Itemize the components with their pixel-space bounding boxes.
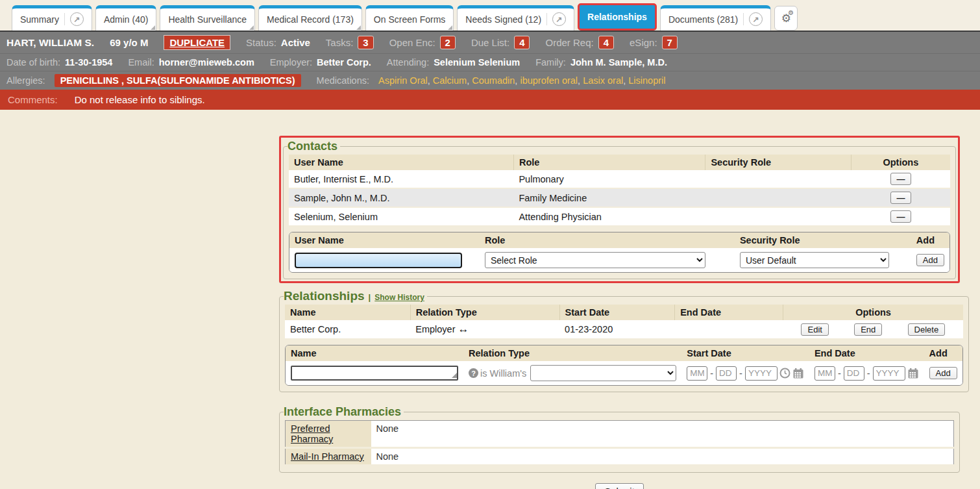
due-list-group: Due List: 4 — [471, 36, 530, 49]
preferred-pharmacy-link[interactable]: Preferred Pharmacy — [291, 423, 333, 444]
end-date-dd-input[interactable] — [844, 366, 864, 381]
relationships-col-name: Name — [285, 305, 410, 320]
relationship-type: Employer ↔ — [410, 320, 559, 339]
tab-summary-label: Summary — [20, 14, 59, 25]
submit-row: Submit — [279, 483, 960, 489]
employer-label: Employer: — [270, 57, 312, 68]
contacts-col-options: Options — [851, 155, 950, 170]
contacts-title: Contacts — [288, 140, 340, 153]
status-group: Status: Active — [246, 37, 310, 48]
contact-user-name-input[interactable] — [295, 253, 462, 268]
gear-small-icon: ⚙ — [788, 9, 794, 16]
start-date-mm-input[interactable] — [687, 366, 707, 381]
relationship-row: Better Corp. Employer ↔ 01-23-2020 Edit … — [285, 320, 963, 339]
settings-gear-button[interactable]: ⚙ ⚙ — [774, 6, 798, 31]
relationship-name: Better Corp. — [285, 320, 410, 339]
contacts-highlight-outline: Contacts User Name Role Security Role Op… — [279, 136, 960, 283]
start-date-dd-input[interactable] — [716, 366, 737, 381]
add-relationship-button[interactable]: Add — [929, 367, 957, 379]
contact-role: Family Medicine — [513, 188, 705, 207]
tab-corner-fold-icon — [151, 25, 155, 30]
remove-contact-button[interactable]: — — [890, 173, 911, 185]
patient-name: HART, WILLIAM S. — [6, 37, 94, 49]
end-relationship-button[interactable]: End — [854, 323, 882, 336]
add-contact-button[interactable]: Add — [916, 254, 944, 266]
medication-item: Lasix oral — [583, 75, 623, 86]
tab-health-surveillance[interactable]: Health Surveillance — [160, 5, 255, 31]
start-date-yyyy-input[interactable] — [745, 366, 778, 381]
end-date-mm-input[interactable] — [815, 366, 835, 381]
order-req-count-badge[interactable]: 4 — [598, 36, 614, 49]
contact-user-name: Selenium, Selenium — [289, 207, 513, 226]
add-rel-col-start-date: Start Date — [681, 345, 809, 361]
email-value: horner@mieweb.com — [159, 57, 254, 68]
contact-row: Butler, Internist E., M.D. Pulmonary — — [289, 170, 950, 188]
email-group: Email: horner@mieweb.com — [128, 57, 254, 68]
medication-separator: , — [623, 75, 626, 86]
calendar-icon[interactable] — [907, 368, 919, 379]
add-contact-col-add: Add — [911, 232, 949, 248]
contact-role-select[interactable]: Select Role — [485, 252, 705, 268]
esign-count-badge[interactable]: 7 — [662, 36, 678, 49]
contact-role: Attending Physician — [513, 207, 705, 226]
contact-user-name: Butler, Internist E., M.D. — [289, 170, 513, 188]
delete-relationship-button[interactable]: Delete — [908, 323, 946, 336]
tab-documents[interactable]: Documents (281) ↗ — [660, 5, 771, 31]
remove-contact-button[interactable]: — — [890, 210, 911, 223]
clock-icon[interactable] — [779, 368, 790, 379]
mail-in-pharmacy-value: None — [371, 448, 954, 466]
relation-type-select[interactable] — [530, 365, 676, 381]
calendar-icon[interactable] — [792, 368, 804, 379]
edit-relationship-button[interactable]: Edit — [801, 323, 828, 336]
duplicate-badge[interactable]: DUPLICATE — [164, 35, 230, 50]
end-date-yyyy-input[interactable] — [873, 366, 905, 381]
relationships-col-start-date: Start Date — [559, 305, 675, 320]
contact-row: Sample, John M., M.D. Family Medicine — — [289, 188, 950, 207]
tab-relationships[interactable]: Relationships — [578, 3, 657, 31]
contacts-table: User Name Role Security Role Options But… — [289, 155, 950, 227]
date-separator: - — [739, 368, 742, 379]
open-enc-count-badge[interactable]: 2 — [440, 36, 456, 49]
patient-age-sex: 69 y/o M — [110, 37, 148, 48]
esign-group: eSign: 7 — [630, 36, 678, 49]
family-value: John M. Sample, M.D. — [570, 57, 667, 68]
tab-needs-signed[interactable]: Needs Signed (12) ↗ — [457, 5, 574, 31]
help-icon[interactable]: ? — [469, 368, 478, 378]
open-chart-icon[interactable]: ↗ — [70, 12, 84, 26]
open-enc-label: Open Enc: — [389, 37, 435, 48]
tab-bar: Summary ↗ Admin (40) Health Surveillance… — [0, 0, 980, 31]
tab-divider — [743, 13, 744, 25]
add-contact-col-security-role: Security Role — [735, 232, 911, 248]
pharmacies-table: Preferred Pharmacy None Mail-In Pharmacy… — [285, 420, 954, 466]
dob-label: Date of birth: — [6, 57, 60, 68]
relationships-section: Relationships | Show History Name Relati… — [279, 289, 969, 392]
relationship-name-input[interactable] — [291, 366, 458, 381]
medication-item: Calcium — [433, 75, 467, 86]
email-label: Email: — [128, 57, 154, 68]
relationships-col-end-date: End Date — [675, 305, 783, 320]
tab-on-screen-forms[interactable]: On Screen Forms — [365, 5, 454, 31]
add-rel-col-name: Name — [286, 345, 463, 361]
open-chart-icon[interactable]: ↗ — [749, 12, 763, 26]
add-relationship-header-row: Name Relation Type Start Date End Date A… — [286, 345, 962, 361]
medications-list: Aspirin Oral, Calcium, Coumadin, ibuprof… — [378, 75, 666, 86]
show-history-link[interactable]: Show History — [374, 293, 424, 302]
remove-contact-button[interactable]: — — [890, 192, 911, 204]
contact-security-role — [705, 207, 851, 226]
medication-item: ibuprofen oral — [520, 75, 578, 86]
tab-on-screen-forms-label: On Screen Forms — [374, 14, 445, 25]
medication-separator: , — [578, 75, 580, 86]
due-list-count-badge[interactable]: 4 — [514, 36, 530, 49]
tab-admin[interactable]: Admin (40) — [95, 5, 156, 31]
relationships-table: Name Relation Type Start Date End Date O… — [285, 305, 963, 340]
add-relationship-input-row: ? is William's - - — [286, 361, 962, 385]
contact-security-role — [705, 188, 851, 207]
mail-in-pharmacy-link[interactable]: Mail-In Pharmacy — [291, 451, 364, 462]
tasks-count-badge[interactable]: 3 — [358, 36, 373, 49]
tab-medical-record[interactable]: Medical Record (173) — [258, 5, 362, 31]
tab-medical-record-label: Medical Record (173) — [267, 14, 354, 25]
contact-security-role-select[interactable]: User Default — [740, 252, 889, 268]
tab-summary[interactable]: Summary ↗ — [12, 5, 92, 31]
submit-button[interactable]: Submit — [595, 483, 644, 489]
open-chart-icon[interactable]: ↗ — [552, 12, 566, 26]
